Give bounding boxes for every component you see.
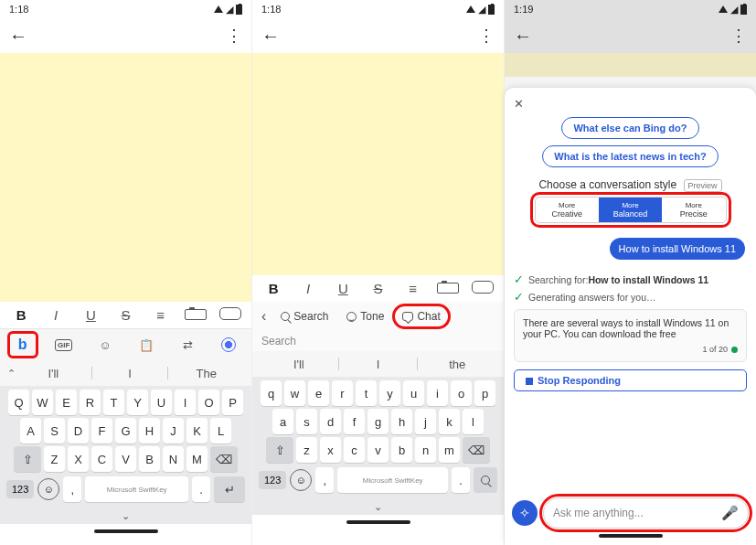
bold-button[interactable]: B bbox=[10, 307, 32, 323]
suggestion-pill-2[interactable]: What is the latest news in tech? bbox=[542, 145, 718, 167]
backspace-key[interactable]: ⌫ bbox=[463, 437, 490, 463]
key-k[interactable]: k bbox=[439, 409, 460, 434]
translate-button[interactable]: ⇄ bbox=[174, 333, 201, 357]
note-canvas[interactable] bbox=[0, 53, 251, 302]
stop-responding-button[interactable]: Stop Responding bbox=[514, 369, 747, 391]
mic-button[interactable] bbox=[472, 281, 494, 296]
key-w[interactable]: w bbox=[284, 380, 305, 406]
key-j[interactable]: j bbox=[415, 409, 436, 434]
search-key[interactable] bbox=[474, 467, 497, 493]
camera-button[interactable] bbox=[185, 307, 207, 323]
key-q[interactable]: q bbox=[261, 380, 282, 406]
key-y[interactable]: Y bbox=[127, 390, 148, 415]
emoji-key[interactable]: ☺ bbox=[37, 478, 59, 500]
gif-button[interactable]: GIF bbox=[50, 333, 78, 357]
period-key[interactable]: . bbox=[452, 467, 470, 493]
key-l[interactable]: l bbox=[463, 409, 484, 434]
strike-button[interactable]: S bbox=[367, 281, 389, 296]
period-key[interactable]: . bbox=[192, 476, 210, 502]
key-e[interactable]: e bbox=[308, 380, 329, 406]
key-c[interactable]: C bbox=[91, 446, 112, 472]
list-button[interactable]: ≡ bbox=[402, 281, 424, 296]
numbers-key[interactable]: 123 bbox=[259, 471, 286, 489]
key-a[interactable]: A bbox=[20, 418, 41, 443]
shift-key[interactable]: ⇧ bbox=[266, 437, 293, 463]
bing-button[interactable]: b bbox=[9, 333, 37, 357]
key-r[interactable]: R bbox=[80, 390, 101, 415]
new-topic-button[interactable]: ✧ bbox=[512, 500, 538, 526]
key-o[interactable]: o bbox=[451, 380, 472, 406]
key-n[interactable]: N bbox=[163, 446, 184, 472]
key-c[interactable]: c bbox=[344, 437, 365, 463]
mode-search[interactable]: Search bbox=[273, 306, 335, 326]
italic-button[interactable]: I bbox=[45, 307, 67, 323]
key-l[interactable]: L bbox=[210, 418, 231, 443]
camera-button[interactable] bbox=[437, 281, 459, 296]
key-v[interactable]: v bbox=[367, 437, 389, 463]
key-z[interactable]: Z bbox=[44, 446, 65, 472]
target-button[interactable] bbox=[215, 333, 242, 357]
key-b[interactable]: b bbox=[391, 437, 412, 463]
comma-key[interactable]: , bbox=[63, 476, 81, 502]
key-h[interactable]: h bbox=[391, 409, 412, 434]
expand-icon[interactable]: ⌃ bbox=[7, 368, 16, 379]
sticker-button[interactable]: ☺ bbox=[91, 333, 119, 357]
prediction-2[interactable]: I bbox=[339, 358, 418, 371]
collapse-keyboard[interactable]: ⌄ bbox=[252, 499, 504, 515]
key-v[interactable]: V bbox=[115, 446, 136, 472]
underline-button[interactable]: U bbox=[80, 307, 101, 323]
numbers-key[interactable]: 123 bbox=[6, 480, 34, 498]
list-button[interactable]: ≡ bbox=[150, 307, 172, 323]
key-t[interactable]: T bbox=[103, 390, 124, 415]
back-button[interactable]: ← bbox=[514, 26, 532, 47]
key-u[interactable]: U bbox=[151, 390, 172, 415]
space-key[interactable]: Microsoft SwiftKey bbox=[85, 476, 188, 502]
mode-tone[interactable]: Tone bbox=[339, 306, 391, 326]
style-creative[interactable]: MoreCreative bbox=[536, 198, 599, 222]
shift-key[interactable]: ⇧ bbox=[14, 446, 41, 472]
key-s[interactable]: S bbox=[44, 418, 65, 443]
key-h[interactable]: H bbox=[139, 418, 160, 443]
emoji-key[interactable]: ☺ bbox=[290, 469, 312, 491]
key-g[interactable]: G bbox=[115, 418, 136, 443]
prediction-1[interactable]: I'll bbox=[260, 358, 338, 371]
back-button[interactable]: ← bbox=[9, 26, 27, 47]
key-o[interactable]: O bbox=[198, 390, 219, 415]
mic-button[interactable] bbox=[219, 307, 241, 323]
key-p[interactable]: P bbox=[222, 390, 243, 415]
back-chevron[interactable]: ‹ bbox=[258, 308, 270, 325]
key-b[interactable]: B bbox=[139, 446, 160, 472]
underline-button[interactable]: U bbox=[332, 281, 354, 296]
prediction-3[interactable]: The bbox=[168, 367, 244, 380]
clipboard-button[interactable]: 📋 bbox=[133, 333, 160, 357]
key-e[interactable]: E bbox=[56, 390, 77, 415]
key-x[interactable]: x bbox=[320, 437, 341, 463]
key-i[interactable]: I bbox=[175, 390, 196, 415]
key-m[interactable]: m bbox=[439, 437, 460, 463]
key-d[interactable]: d bbox=[320, 409, 341, 434]
italic-button[interactable]: I bbox=[297, 281, 319, 296]
search-input[interactable]: Search bbox=[252, 331, 504, 351]
overflow-menu-button[interactable]: ⋮ bbox=[478, 26, 495, 46]
space-key[interactable]: Microsoft SwiftKey bbox=[337, 467, 448, 493]
key-w[interactable]: W bbox=[32, 390, 53, 415]
key-t[interactable]: t bbox=[356, 380, 377, 406]
ask-input[interactable]: Ask me anything... 🎤 bbox=[543, 497, 749, 529]
collapse-keyboard[interactable]: ⌄ bbox=[0, 508, 251, 524]
key-d[interactable]: D bbox=[68, 418, 89, 443]
note-canvas[interactable] bbox=[252, 53, 504, 275]
strike-button[interactable]: S bbox=[114, 307, 136, 323]
key-q[interactable]: Q bbox=[8, 390, 29, 415]
key-y[interactable]: y bbox=[379, 380, 400, 406]
overflow-menu-button[interactable]: ⋮ bbox=[226, 26, 242, 46]
suggestion-pill-1[interactable]: What else can Bing do? bbox=[561, 117, 698, 139]
close-button[interactable]: ✕ bbox=[514, 97, 524, 111]
enter-key[interactable]: ↵ bbox=[214, 476, 245, 502]
key-f[interactable]: f bbox=[344, 409, 365, 434]
key-u[interactable]: u bbox=[403, 380, 424, 406]
key-x[interactable]: X bbox=[68, 446, 89, 472]
comma-key[interactable]: , bbox=[315, 467, 334, 493]
backspace-key[interactable]: ⌫ bbox=[210, 446, 238, 472]
key-f[interactable]: F bbox=[91, 418, 112, 443]
key-m[interactable]: M bbox=[186, 446, 208, 472]
